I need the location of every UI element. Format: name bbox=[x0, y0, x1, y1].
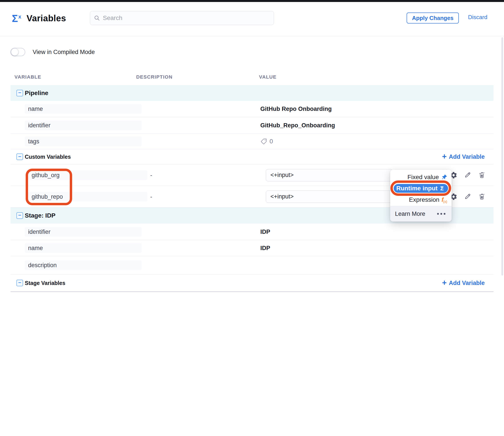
compiled-mode-label: View in Compiled Mode bbox=[33, 49, 95, 56]
value-type-menu: Fixed value Runtime input Σx Expression … bbox=[390, 170, 452, 222]
compiled-mode-toggle[interactable] bbox=[10, 48, 25, 56]
more-options-icon bbox=[437, 213, 445, 215]
delete-trash-icon[interactable] bbox=[478, 193, 486, 201]
menu-item-fixed-value[interactable]: Fixed value bbox=[390, 172, 452, 182]
table-row: name IDP bbox=[10, 240, 494, 256]
row-actions bbox=[450, 193, 486, 201]
variable-name-cell: identifier bbox=[25, 227, 142, 237]
column-description: DESCRIPTION bbox=[136, 74, 173, 80]
variable-value: GitHub_Repo_Onboarding bbox=[260, 122, 335, 129]
search-box[interactable] bbox=[90, 11, 274, 25]
pin-icon bbox=[441, 174, 448, 180]
variable-description: - bbox=[150, 193, 152, 200]
collapse-icon[interactable]: − bbox=[17, 153, 23, 160]
edit-pencil-icon[interactable] bbox=[464, 171, 472, 179]
tags-count: 0 bbox=[270, 138, 273, 145]
section-row-pipeline: − Pipeline bbox=[10, 85, 494, 101]
add-variable-button[interactable]: + Add Variable bbox=[442, 279, 485, 287]
section-title: Stage: IDP bbox=[25, 212, 55, 219]
variable-value: GitHub Repo Onboarding bbox=[260, 106, 332, 112]
discard-button[interactable]: Discard bbox=[468, 14, 487, 21]
variable-name-cell: name bbox=[25, 243, 142, 253]
tags-value: 0 bbox=[260, 138, 273, 145]
table-row: name GitHub Repo Onboarding bbox=[10, 101, 494, 117]
column-variable: VARIABLE bbox=[15, 74, 41, 80]
menu-item-expression[interactable]: Expression f(x) bbox=[390, 195, 452, 204]
tag-icon bbox=[260, 138, 267, 145]
column-value: VALUE bbox=[259, 74, 277, 80]
table-row: identifier IDP bbox=[10, 223, 494, 240]
delete-trash-icon[interactable] bbox=[478, 171, 486, 179]
search-input[interactable] bbox=[103, 15, 265, 21]
vertical-scrollbar[interactable] bbox=[501, 37, 503, 276]
runtime-input-field[interactable]: <+input> bbox=[266, 169, 393, 181]
table-row: description bbox=[10, 256, 494, 274]
collapse-icon[interactable]: − bbox=[17, 280, 23, 286]
sigma-x-icon: Σx bbox=[440, 185, 445, 192]
collapse-icon[interactable]: − bbox=[17, 90, 23, 96]
table-row: identifier GitHub_Repo_Onboarding bbox=[10, 117, 494, 134]
subsection-row-custom-variables: − Custom Variables + Add Variable bbox=[10, 149, 494, 164]
variable-value: IDP bbox=[260, 245, 270, 251]
variable-name-cell: description bbox=[25, 260, 142, 270]
plus-icon: + bbox=[442, 278, 447, 287]
fx-icon: f(x) bbox=[441, 196, 448, 203]
variables-panel: Σx Variables Apply Changes Discard View … bbox=[0, 0, 504, 436]
variable-name-cell: identifier bbox=[25, 121, 142, 130]
edit-pencil-icon[interactable] bbox=[464, 193, 472, 201]
plus-icon: + bbox=[442, 153, 447, 160]
collapse-icon[interactable]: − bbox=[17, 212, 23, 219]
compiled-mode-row: View in Compiled Mode bbox=[10, 48, 95, 56]
row-actions bbox=[450, 171, 486, 179]
subsection-row-stage-variables: − Stage Variables + Add Variable bbox=[10, 274, 494, 292]
variable-name-cell: name bbox=[25, 104, 142, 114]
variable-name-cell: github_org bbox=[28, 170, 147, 180]
variable-name-cell: tags bbox=[25, 137, 142, 146]
variable-name-cell: github_repo bbox=[28, 192, 147, 202]
variable-description: - bbox=[150, 172, 152, 178]
menu-footer-learn-more[interactable]: Learn More bbox=[390, 206, 452, 222]
variable-value: IDP bbox=[260, 228, 270, 235]
subsection-title: Stage Variables bbox=[25, 280, 65, 286]
table-row: tags 0 bbox=[10, 134, 494, 149]
search-icon bbox=[94, 15, 100, 21]
page-title: Variables bbox=[27, 13, 66, 23]
panel-header: Σx Variables Apply Changes Discard bbox=[0, 2, 504, 36]
add-variable-button[interactable]: + Add Variable bbox=[442, 153, 485, 160]
toggle-knob bbox=[11, 48, 18, 56]
menu-item-runtime-input[interactable]: Runtime input Σx bbox=[394, 184, 448, 193]
apply-changes-button[interactable]: Apply Changes bbox=[407, 12, 459, 23]
sigma-sup-glyph: x bbox=[18, 14, 21, 19]
sigma-glyph: Σ bbox=[12, 13, 18, 24]
variables-sigma-icon: Σx bbox=[12, 12, 21, 24]
subsection-title: Custom Variables bbox=[25, 154, 71, 160]
section-title: Pipeline bbox=[25, 90, 48, 97]
runtime-input-field[interactable]: <+input> bbox=[266, 191, 393, 203]
table-column-headers: VARIABLE DESCRIPTION VALUE bbox=[10, 74, 494, 81]
window-top-strip bbox=[0, 0, 504, 2]
